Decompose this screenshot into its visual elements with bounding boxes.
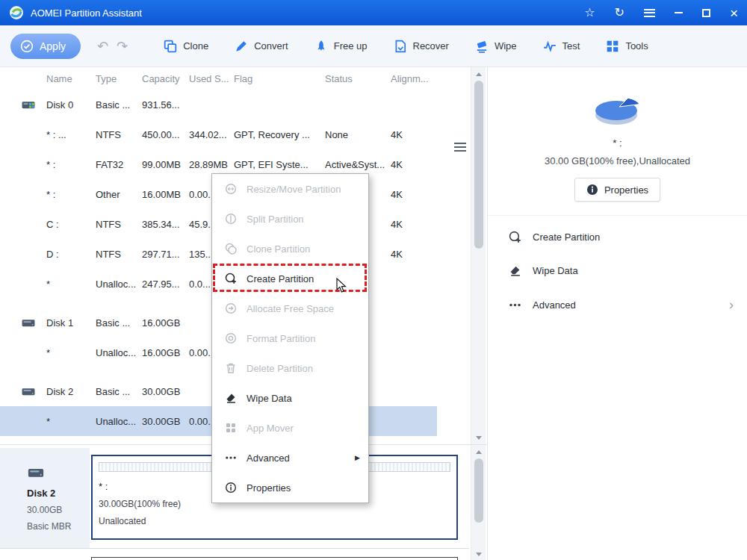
row-icon-slot [21, 347, 36, 358]
cell-capacity: 99.00MB [142, 159, 189, 170]
column-settings-icon[interactable] [454, 143, 466, 152]
panel-action-create-partition[interactable]: Create Partition [488, 220, 747, 254]
toolbar-button-label: Clone [183, 40, 208, 52]
column-header-capacity[interactable]: Capacity [142, 73, 189, 84]
toolbar-button-recover[interactable]: Recover [394, 40, 449, 53]
column-header-type[interactable]: Type [96, 73, 142, 84]
next-partition-block-partial [91, 557, 458, 560]
table-row-[interactable]: * : ...NTFS450.00...344.02...GPT, Recove… [0, 119, 487, 149]
toolbar-button-free-up[interactable]: Free up [314, 40, 368, 53]
row-icon-slot [21, 159, 36, 170]
scroll-down-arrow[interactable] [471, 432, 486, 444]
column-header-alignm[interactable]: Alignm... [391, 73, 431, 84]
toolbar-button-test[interactable]: Test [543, 40, 580, 53]
column-header-status[interactable]: Status [325, 73, 391, 84]
eraser-icon [509, 264, 521, 277]
cell-name: * : ... [46, 129, 96, 140]
toolbar-button-convert[interactable]: Convert [235, 40, 288, 53]
disk-type: Basic MBR [27, 521, 90, 532]
menu-item-wipe-data[interactable]: Wipe Data [212, 383, 368, 413]
cell-name: * [46, 347, 96, 358]
cell-capacity: 247.95... [142, 279, 189, 290]
favorite-star-icon[interactable]: ☆ [584, 7, 595, 19]
cell-align: 4K [391, 249, 431, 260]
undo-icon[interactable]: ↶ [97, 38, 108, 55]
disk-pie-chart [592, 88, 644, 130]
toolbar-buttons: CloneConvertFree upRecoverWipeTestTools [164, 40, 648, 53]
panel-action-advanced[interactable]: Advanced› [488, 287, 747, 322]
tools-icon [606, 40, 619, 53]
freeup-icon [314, 40, 328, 53]
cell-type: NTFS [96, 219, 142, 230]
cell-status: Active&Syst... [325, 159, 391, 170]
column-header-flag[interactable]: Flag [234, 73, 325, 84]
dots-icon [225, 452, 237, 464]
cell-align: 4K [391, 129, 431, 140]
cell-name: Disk 2 [46, 386, 96, 397]
menu-item-advanced[interactable]: Advanced▶ [212, 443, 368, 473]
info-outline-icon [225, 482, 237, 494]
cell-capacity: 385.34... [142, 219, 189, 230]
refresh-icon[interactable]: ↻ [614, 7, 624, 19]
menu-item-delete-partition: Delete Partition [212, 353, 368, 383]
menu-item-label: Clone Partition [247, 243, 310, 255]
toolbar-button-label: Recover [413, 40, 449, 52]
menu-item-app-mover: App Mover [212, 413, 368, 443]
apply-button[interactable]: Apply [10, 34, 81, 59]
cell-used: 344.02... [189, 129, 234, 140]
cell-type: Unalloc... [96, 347, 142, 358]
scroll-down-arrow[interactable] [471, 548, 486, 560]
cell-name: D : [46, 249, 96, 260]
selected-partition-info: 30.00 GB(100% free),Unallocated [488, 155, 747, 167]
cell-type: Other [96, 189, 142, 200]
menu-item-allocate-free-space: Allocate Free Space [212, 293, 368, 323]
column-header-used-s[interactable]: Used S... [189, 73, 234, 84]
hamburger-menu-icon[interactable] [644, 9, 655, 17]
selected-partition-label: * : [488, 137, 747, 149]
table-row-disk-0[interactable]: Disk 0Basic ...931.56... [0, 90, 487, 119]
menu-item-label: Advanced [247, 452, 290, 464]
mouse-cursor [336, 278, 347, 296]
submenu-arrow-icon: ▶ [355, 454, 360, 461]
cell-align: 4K [391, 159, 431, 170]
scrollbar-thumb[interactable] [474, 81, 483, 249]
format-icon [225, 332, 237, 344]
maximize-button[interactable] [702, 9, 710, 17]
titlebar: AOMEI Partition Assistant ☆ ↻ × [0, 0, 747, 25]
toolbar-button-clone[interactable]: Clone [164, 40, 208, 53]
cell-status: None [325, 129, 391, 140]
close-button[interactable]: × [730, 6, 738, 20]
disk-icon [21, 99, 36, 111]
toolbar-button-label: Tools [625, 40, 648, 52]
properties-button[interactable]: Properties [574, 178, 660, 202]
cell-type: NTFS [96, 129, 142, 140]
scrollbar-thumb[interactable] [474, 458, 483, 523]
panel-action-wipe-data[interactable]: Wipe Data [488, 254, 747, 287]
minimize-button[interactable] [675, 12, 683, 13]
menu-item-label: Create Partition [247, 273, 314, 284]
row-icon-slot [21, 219, 36, 230]
scroll-up-arrow[interactable] [471, 446, 486, 458]
context-menu: Resize/Move PartitionSplit PartitionClon… [211, 173, 369, 503]
apply-button-label: Apply [40, 40, 66, 52]
menu-item-resize-move-partition: Resize/Move Partition [212, 174, 368, 204]
check-icon [20, 40, 34, 53]
toolbar: Apply ↶ ↷ CloneConvertFree upRecoverWipe… [0, 25, 747, 67]
table-scrollbar[interactable] [471, 67, 486, 444]
redo-icon[interactable]: ↷ [117, 38, 128, 55]
cell-capacity: 16.00GB [142, 347, 189, 358]
menu-item-label: Split Partition [247, 214, 304, 225]
column-header-name[interactable]: Name [46, 73, 96, 84]
menu-item-label: Properties [247, 482, 291, 494]
scroll-up-arrow[interactable] [471, 68, 486, 80]
toolbar-button-wipe[interactable]: Wipe [475, 40, 517, 53]
menu-item-label: App Mover [247, 423, 294, 434]
strip-divider [0, 548, 469, 549]
row-icon-slot [21, 416, 36, 427]
clone-icon [164, 40, 177, 53]
menu-item-properties[interactable]: Properties [212, 473, 368, 503]
info-icon [586, 184, 598, 196]
toolbar-button-tools[interactable]: Tools [606, 40, 648, 53]
overview-scrollbar[interactable] [471, 445, 486, 560]
cell-used: 28.89MB [189, 159, 234, 170]
